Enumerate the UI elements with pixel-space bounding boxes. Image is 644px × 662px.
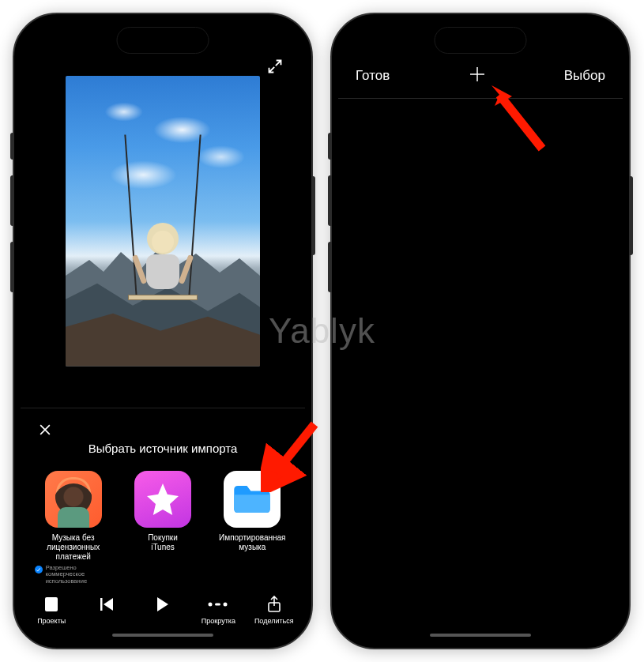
timeline-icon <box>208 594 228 615</box>
scroll-label: Прокрутка <box>201 617 235 625</box>
projects-icon <box>43 594 59 615</box>
checkmark-icon <box>35 566 43 574</box>
nav-divider <box>338 98 623 99</box>
annotation-arrow-files <box>261 421 324 492</box>
navigation-bar: Готов Выбор <box>338 65 623 87</box>
projects-button[interactable]: Проекты <box>24 594 79 625</box>
source-itunes-label: Покупки iTunes <box>148 533 178 552</box>
blank-label <box>106 617 108 625</box>
preview-image <box>66 76 260 367</box>
skip-back-icon <box>100 594 115 615</box>
select-button[interactable]: Выбор <box>564 68 605 84</box>
projects-label: Проекты <box>37 617 66 625</box>
video-preview-area <box>21 54 305 401</box>
plus-icon <box>468 65 487 84</box>
svg-rect-1 <box>100 598 103 611</box>
screen-left: Выбрать источник импорта Музыка без лице… <box>21 21 305 641</box>
share-button[interactable]: Поделиться <box>247 594 302 625</box>
screen-right: Готов Выбор <box>338 21 623 641</box>
play-button[interactable] <box>135 594 190 625</box>
source-files-label: Импортированная музыка <box>219 533 285 552</box>
home-indicator <box>430 634 531 637</box>
star-icon <box>134 471 191 528</box>
permit-text: Разрешено коммерческое использование <box>46 565 112 585</box>
source-royalty-label: Музыка без лицензионных платежей <box>47 533 100 562</box>
home-indicator <box>112 634 213 637</box>
close-icon[interactable] <box>35 419 55 440</box>
play-icon <box>156 594 170 615</box>
share-icon <box>267 594 281 615</box>
source-itunes[interactable]: Покупки iTunes <box>119 471 206 585</box>
svg-point-4 <box>224 602 228 606</box>
svg-rect-0 <box>45 597 58 611</box>
phone-mockup-left: Выбрать источник импорта Музыка без лице… <box>13 13 313 649</box>
share-label: Поделиться <box>254 617 294 625</box>
annotation-arrow-plus <box>488 81 552 152</box>
done-button[interactable]: Готов <box>356 68 390 84</box>
expand-icon[interactable] <box>262 54 288 79</box>
source-royalty-free[interactable]: Музыка без лицензионных платежей Разреше… <box>30 471 117 585</box>
scroll-button[interactable]: Прокрутка <box>190 594 246 625</box>
phone-mockup-right: Готов Выбор <box>330 13 631 649</box>
svg-point-2 <box>209 602 213 606</box>
blank-label <box>162 617 164 625</box>
add-button[interactable] <box>468 65 487 87</box>
svg-rect-3 <box>215 603 220 605</box>
previous-button[interactable] <box>80 594 135 625</box>
bottom-toolbar: Проекты Прокрутка <box>21 585 305 634</box>
